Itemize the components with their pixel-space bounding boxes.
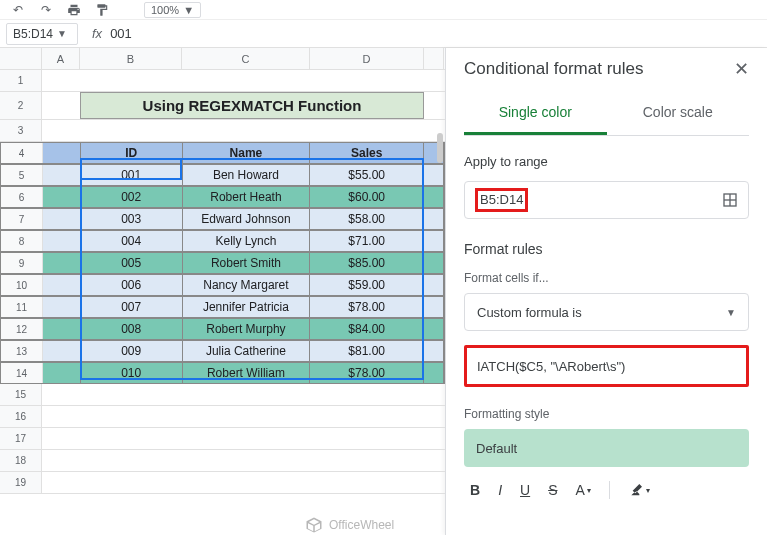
- data-cell[interactable]: $58.00: [310, 209, 424, 229]
- strikethrough-button[interactable]: S: [548, 482, 557, 498]
- cell[interactable]: [424, 70, 444, 91]
- cell[interactable]: [42, 120, 80, 141]
- cell[interactable]: [42, 450, 80, 471]
- row-header[interactable]: 16: [0, 406, 42, 427]
- cell[interactable]: [182, 406, 310, 427]
- cell[interactable]: [424, 406, 444, 427]
- data-cell[interactable]: Robert Smith: [183, 253, 311, 273]
- cell[interactable]: [310, 428, 424, 449]
- data-cell[interactable]: Jennifer Patricia: [183, 297, 311, 317]
- col-header[interactable]: B: [80, 48, 182, 69]
- data-cell[interactable]: Robert Heath: [183, 187, 311, 207]
- cell[interactable]: [424, 428, 444, 449]
- row-header[interactable]: 6: [1, 187, 43, 207]
- fill-color-button[interactable]: ▾: [628, 482, 650, 498]
- cell[interactable]: [310, 450, 424, 471]
- bold-button[interactable]: B: [470, 482, 480, 498]
- data-cell[interactable]: 008: [81, 319, 183, 339]
- data-cell[interactable]: Robert Murphy: [183, 319, 311, 339]
- data-cell[interactable]: Nancy Margaret: [183, 275, 311, 295]
- cell[interactable]: [424, 253, 444, 273]
- cell[interactable]: [310, 70, 424, 91]
- select-all-corner[interactable]: [0, 48, 42, 69]
- col-header[interactable]: [424, 48, 444, 69]
- row-header[interactable]: 9: [1, 253, 43, 273]
- cell[interactable]: [43, 341, 81, 361]
- cell[interactable]: [310, 406, 424, 427]
- data-cell[interactable]: $81.00: [310, 341, 424, 361]
- row-header[interactable]: 7: [1, 209, 43, 229]
- col-header[interactable]: D: [310, 48, 424, 69]
- cell[interactable]: [424, 187, 444, 207]
- row-header[interactable]: 3: [0, 120, 42, 141]
- italic-button[interactable]: I: [498, 482, 502, 498]
- formula-bar-value[interactable]: 001: [110, 26, 132, 41]
- row-header[interactable]: 1: [0, 70, 42, 91]
- row-header[interactable]: 4: [1, 143, 43, 163]
- scrollbar-thumb[interactable]: [437, 133, 443, 163]
- cell[interactable]: [43, 253, 81, 273]
- cell[interactable]: [43, 297, 81, 317]
- tab-color-scale[interactable]: Color scale: [607, 94, 750, 135]
- data-cell[interactable]: $78.00: [310, 297, 424, 317]
- cell[interactable]: [80, 406, 182, 427]
- cell[interactable]: [424, 450, 444, 471]
- cell[interactable]: [424, 384, 444, 405]
- data-cell[interactable]: $71.00: [310, 231, 424, 251]
- data-cell[interactable]: 004: [81, 231, 183, 251]
- row-header[interactable]: 10: [1, 275, 43, 295]
- cell[interactable]: [182, 472, 310, 493]
- data-cell[interactable]: 005: [81, 253, 183, 273]
- condition-dropdown[interactable]: Custom formula is ▼: [464, 293, 749, 331]
- row-header[interactable]: 11: [1, 297, 43, 317]
- data-cell[interactable]: $60.00: [310, 187, 424, 207]
- row-header[interactable]: 8: [1, 231, 43, 251]
- row-header[interactable]: 17: [0, 428, 42, 449]
- grid-icon[interactable]: [722, 192, 738, 208]
- underline-button[interactable]: U: [520, 482, 530, 498]
- cell[interactable]: [43, 165, 81, 185]
- data-cell[interactable]: $84.00: [310, 319, 424, 339]
- formula-input[interactable]: IATCH($C5, "\ARobert\s"): [464, 345, 749, 387]
- cell[interactable]: [43, 187, 81, 207]
- row-header[interactable]: 19: [0, 472, 42, 493]
- row-header[interactable]: 5: [1, 165, 43, 185]
- cell[interactable]: [310, 384, 424, 405]
- cell[interactable]: [42, 428, 80, 449]
- data-cell[interactable]: Robert William: [183, 363, 311, 383]
- row-header[interactable]: 18: [0, 450, 42, 471]
- data-cell[interactable]: Ben Howard: [183, 165, 311, 185]
- cell[interactable]: [182, 120, 310, 141]
- header-cell[interactable]: Name: [183, 143, 311, 163]
- cell[interactable]: [80, 428, 182, 449]
- data-cell[interactable]: Edward Johnson: [183, 209, 311, 229]
- data-cell[interactable]: 003: [81, 209, 183, 229]
- range-input[interactable]: B5:D14: [464, 181, 749, 219]
- row-header[interactable]: 2: [0, 92, 42, 119]
- data-cell[interactable]: 010: [81, 363, 183, 383]
- data-cell[interactable]: 007: [81, 297, 183, 317]
- cell[interactable]: [182, 384, 310, 405]
- data-cell[interactable]: $55.00: [310, 165, 424, 185]
- cell[interactable]: [43, 231, 81, 251]
- cell[interactable]: [80, 120, 182, 141]
- cell[interactable]: [43, 209, 81, 229]
- zoom-dropdown[interactable]: 100%▼: [144, 2, 201, 18]
- redo-icon[interactable]: ↷: [38, 2, 54, 18]
- cell[interactable]: [424, 363, 444, 383]
- cell[interactable]: [43, 319, 81, 339]
- cell[interactable]: [43, 363, 81, 383]
- row-header[interactable]: 12: [1, 319, 43, 339]
- cell[interactable]: [80, 384, 182, 405]
- data-cell[interactable]: $85.00: [310, 253, 424, 273]
- style-preview[interactable]: Default: [464, 429, 749, 467]
- cell[interactable]: [42, 70, 80, 91]
- data-cell[interactable]: 006: [81, 275, 183, 295]
- cell[interactable]: [43, 275, 81, 295]
- cell[interactable]: [80, 472, 182, 493]
- cell[interactable]: [424, 165, 444, 185]
- cell[interactable]: [424, 275, 444, 295]
- cell[interactable]: [42, 384, 80, 405]
- cell[interactable]: [424, 231, 444, 251]
- row-header[interactable]: 15: [0, 384, 42, 405]
